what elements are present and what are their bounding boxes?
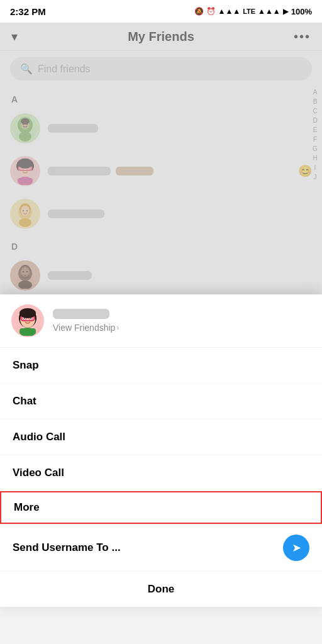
friend-info xyxy=(48,271,312,280)
alpha-e[interactable]: E xyxy=(311,126,319,134)
emoji-icon: 😊 xyxy=(298,164,312,178)
alpha-b[interactable]: B xyxy=(311,97,319,106)
signal-icon: ▲▲▲ xyxy=(218,7,241,16)
avatar xyxy=(10,199,40,229)
chevron-down-button[interactable]: ▾ xyxy=(11,29,18,44)
alpha-h[interactable]: H xyxy=(311,154,319,162)
svg-point-33 xyxy=(26,271,28,272)
avatar-bitmoji-yellow xyxy=(14,201,36,227)
search-container: 🔍 Find friends xyxy=(0,51,322,88)
svg-point-26 xyxy=(19,218,31,227)
friend-name-blur xyxy=(48,209,104,218)
avatar-bitmoji-pink xyxy=(13,157,38,185)
battery-icon: 100% xyxy=(291,7,312,16)
search-icon: 🔍 xyxy=(20,63,33,75)
header-left: ▾ xyxy=(11,29,36,44)
friend-action-sheet: View Friendship › Snap Chat Audio Call V… xyxy=(0,294,322,607)
status-time: 2:32 PM xyxy=(10,6,46,17)
chevron-right-icon: › xyxy=(116,323,119,332)
alpha-f[interactable]: F xyxy=(311,135,319,143)
svg-point-7 xyxy=(19,131,31,142)
avatar-bitmoji-brown xyxy=(14,262,36,289)
friend-name-blur xyxy=(48,167,111,175)
friend-info-row xyxy=(48,167,291,175)
alpha-d[interactable]: D xyxy=(311,116,319,125)
more-menu-item[interactable]: More xyxy=(0,491,322,524)
friend-name-blur xyxy=(48,124,98,133)
friend-info xyxy=(48,209,312,218)
alpha-i[interactable]: I xyxy=(311,164,319,172)
status-icons: 🔕 ⏰ ▲▲▲ LTE ▲▲▲ ▶ 100% xyxy=(194,7,313,16)
send-username-row[interactable]: Send Username To ... ➤ xyxy=(0,524,322,572)
status-bar: 2:32 PM 🔕 ⏰ ▲▲▲ LTE ▲▲▲ ▶ 100% xyxy=(0,0,322,23)
svg-point-34 xyxy=(18,280,32,289)
friend-info xyxy=(48,167,291,175)
wifi2-icon: ▶ xyxy=(283,7,289,16)
svg-point-44 xyxy=(19,308,36,318)
page-title: My Friends xyxy=(36,30,286,44)
done-button[interactable]: Done xyxy=(0,572,322,607)
alpha-index: A B C D E F G H I J xyxy=(311,88,319,181)
lte-icon: LTE xyxy=(243,8,255,15)
alarm-icon: ⏰ xyxy=(206,7,216,16)
overlay-username-blur xyxy=(53,309,109,319)
friend-item[interactable] xyxy=(0,192,322,235)
overlay-user-info: View Friendship › xyxy=(53,309,119,333)
overlay-avatar xyxy=(11,304,44,337)
header: ▾ My Friends ••• xyxy=(0,23,322,51)
more-options-button[interactable]: ••• xyxy=(294,30,311,44)
friend-item[interactable]: 😊 xyxy=(0,150,322,192)
overlay-avatar-bitmoji xyxy=(14,306,42,336)
svg-rect-46 xyxy=(19,328,36,334)
audio-call-menu-item[interactable]: Audio Call xyxy=(0,419,322,455)
send-icon: ➤ xyxy=(292,541,301,555)
svg-point-5 xyxy=(23,124,24,125)
section-letter-d: D xyxy=(0,235,322,254)
svg-point-17 xyxy=(18,158,33,169)
avatar-bitmoji-green xyxy=(14,115,36,142)
send-button[interactable]: ➤ xyxy=(283,535,309,561)
alpha-g[interactable]: G xyxy=(311,145,319,153)
chat-menu-item[interactable]: Chat xyxy=(0,384,322,419)
friend-item[interactable] xyxy=(0,107,322,150)
avatar xyxy=(10,260,40,291)
section-letter-a: A xyxy=(0,88,322,107)
friend-name-blur xyxy=(48,271,92,280)
svg-point-24 xyxy=(23,210,24,211)
send-username-label: Send Username To ... xyxy=(13,541,121,554)
view-friendship-button[interactable]: View Friendship › xyxy=(53,323,119,333)
svg-point-6 xyxy=(26,124,28,125)
avatar xyxy=(10,156,40,186)
alpha-a[interactable]: A xyxy=(311,88,319,96)
alpha-j[interactable]: J xyxy=(311,173,319,181)
snap-menu-item[interactable]: Snap xyxy=(0,348,322,384)
svg-point-25 xyxy=(26,210,28,211)
svg-point-32 xyxy=(23,271,24,272)
avatar xyxy=(10,113,40,143)
overlay-header: View Friendship › xyxy=(0,294,322,348)
header-right: ••• xyxy=(286,30,311,44)
alpha-c[interactable]: C xyxy=(311,107,319,115)
friend-extra-blur xyxy=(116,167,153,175)
friend-item[interactable] xyxy=(0,254,322,297)
mute-icon: 🔕 xyxy=(194,7,204,16)
video-call-menu-item[interactable]: Video Call xyxy=(0,455,322,491)
friend-info xyxy=(48,124,312,133)
friends-list: A xyxy=(0,88,322,299)
svg-point-4 xyxy=(21,118,30,125)
svg-rect-19 xyxy=(18,178,33,183)
wifi-icon: ▲▲▲ xyxy=(258,7,280,16)
search-input[interactable]: Find friends xyxy=(38,64,91,75)
search-box[interactable]: 🔍 Find friends xyxy=(10,57,312,80)
